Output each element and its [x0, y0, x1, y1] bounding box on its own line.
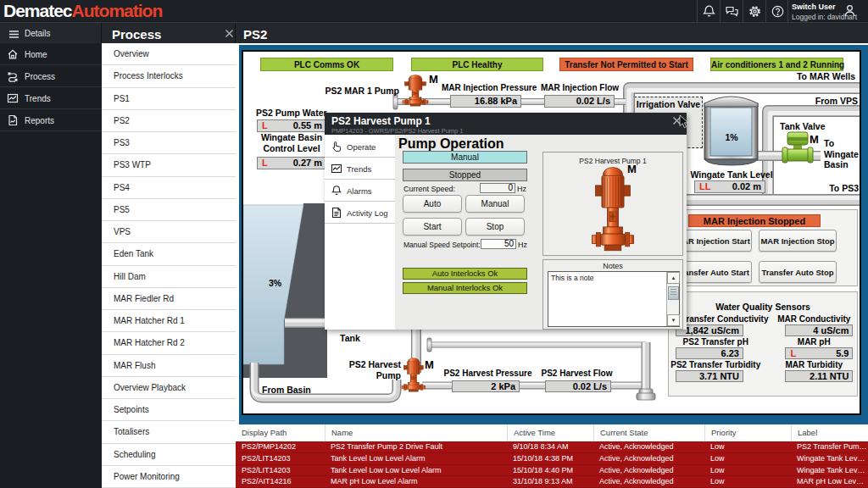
sidebar-details-toggle[interactable]: Details	[0, 23, 102, 43]
value-mar-injection-pressure: 16.88 kPa	[450, 95, 521, 108]
home-icon	[7, 48, 19, 60]
manual-button[interactable]: Manual	[465, 195, 525, 213]
page-title: PS2	[243, 27, 267, 42]
help-icon[interactable]	[771, 4, 785, 19]
process-panel-item[interactable]: VPS	[102, 221, 236, 243]
start-button[interactable]: Start	[403, 218, 462, 236]
label-wingate-basin-control-level: Wingate Basin Control Level	[256, 132, 327, 154]
sidebar-nav: Home Process Trends Reports	[0, 43, 102, 488]
sidebar-item-trends[interactable]: Trends	[0, 87, 102, 109]
dialog-menu-activity-log[interactable]: Activity Log	[325, 202, 395, 224]
process-panel-item[interactable]: Power Monitoring	[102, 466, 236, 488]
auto-interlocks-status: Auto Interlocks Ok	[403, 268, 527, 280]
setpoint-input[interactable]: 50	[481, 239, 516, 249]
process-panel-item[interactable]: Overview	[102, 43, 236, 65]
notes-scrollbar[interactable]: ▲ ▼	[666, 272, 679, 326]
process-panel-item[interactable]: PS3	[102, 132, 236, 154]
manual-interlocks-status: Manual Interlocks Ok	[403, 282, 527, 294]
value-ps2-pump-water: L0.55 m	[257, 119, 326, 132]
process-panel-item[interactable]: Scheduling	[102, 444, 236, 466]
run-status-box: Stopped	[403, 169, 527, 181]
process-panel-item[interactable]: Overview Playback	[102, 377, 236, 399]
label-ps2-harvest-pressure: PS2 Harvest Pressure	[439, 369, 537, 378]
process-panel-item[interactable]: Eden Tank	[102, 243, 236, 265]
alarm-row[interactable]: PS2/AIT14216 MAR pH Low Level Alarm 31/1…	[236, 476, 868, 488]
scroll-thumb[interactable]	[668, 286, 679, 300]
auto-button[interactable]: Auto	[403, 195, 462, 213]
operate-hand-icon	[331, 141, 342, 152]
dialog-menu-operate[interactable]: Operate	[325, 136, 395, 158]
mar-pump-motor-label: M	[429, 73, 438, 86]
process-panel: OverviewProcess InterlocksPS1PS2PS3PS3 W…	[102, 43, 236, 488]
wingate-tank	[704, 97, 758, 165]
process-panel-item[interactable]: PS4	[102, 177, 236, 199]
alarm-row[interactable]: PS2/LIT14203 Tank Level Low Level Alarm …	[236, 453, 868, 465]
label-from-basin: From Basin	[262, 385, 311, 395]
water-quality-sensor: MAR Turbidity 2.11 NTU	[774, 360, 857, 383]
label-wingate-tank-level: Wingate Tank Level	[689, 169, 774, 180]
process-panel-item[interactable]: Process Interlocks	[102, 65, 236, 87]
label-irrigation-valve: Irrigation Valve	[634, 99, 703, 109]
process-panel-header: Process	[102, 23, 236, 43]
label-to-ps3: To PS3	[829, 183, 859, 193]
page-title-bar: PS2	[236, 23, 868, 43]
transfer-auto-stop-button[interactable]: Transfer Auto Stop	[759, 261, 837, 283]
water-quality-panel: Water Quality Sensors PS2 Transfer Condu…	[668, 291, 858, 396]
app-logo: DematecAutomation	[3, 1, 162, 21]
process-panel-item[interactable]: PS2	[102, 110, 236, 132]
settings-icon[interactable]	[748, 4, 762, 19]
pump-image-panel: PS2 Harvest Pump 1 M	[542, 152, 683, 256]
process-panel-item[interactable]: MAR Hatcher Rd 2	[102, 332, 236, 354]
alarm-row[interactable]: PS2/LIT14203 Tank Level Low Low Level Al…	[236, 465, 868, 477]
notes-panel: Notes This is a note ▲ ▼	[542, 259, 683, 330]
scroll-down-icon[interactable]: ▼	[667, 314, 680, 326]
value-ps2-harvest-pressure: 2 kPa	[452, 380, 520, 392]
value-ps2-harvest-flow: 0.02 L/s	[545, 380, 611, 392]
basin-level-value: 3%	[269, 278, 281, 288]
water-quality-sensor: MAR Conductivity 4 uS/cm	[774, 314, 857, 337]
process-panel-item[interactable]: MAR Fiedler Rd	[102, 288, 236, 310]
process-panel-item[interactable]: Hill Dam	[102, 266, 236, 288]
mode-status-box: Manual	[403, 151, 527, 164]
alarm-row[interactable]: PS2/PMP14202 PS2 Transfer Pump 2 Drive F…	[236, 441, 868, 453]
dialog-pump-graphic	[583, 166, 643, 253]
label-tank-valve: Tank Valve	[780, 121, 826, 131]
process-panel-item[interactable]: MAR Hatcher Rd 1	[102, 310, 236, 332]
tank-valve-graphic	[782, 132, 813, 163]
label-from-vps: From VPS	[815, 96, 858, 106]
status-transfer-not-permitted: Transfer Not Permitted to Start	[559, 58, 693, 71]
messages-icon[interactable]	[725, 4, 739, 19]
stop-button[interactable]: Stop	[465, 218, 525, 236]
tank-level-value: 1%	[702, 132, 761, 142]
user-avatar-icon[interactable]	[843, 3, 857, 18]
process-panel-item[interactable]: Totalisers	[102, 421, 236, 443]
current-speed-label: Current Speed:	[403, 185, 455, 193]
status-plc-comms: PLC Comms OK	[260, 58, 393, 71]
notifications-icon[interactable]	[702, 4, 716, 19]
current-speed-input[interactable]: 0	[480, 183, 515, 193]
process-panel-item[interactable]: MAR Flush	[102, 355, 236, 377]
sidebar-item-home[interactable]: Home	[0, 43, 102, 65]
process-panel-item[interactable]: Setpoints	[102, 399, 236, 421]
process-panel-item[interactable]: PS5	[102, 199, 236, 221]
alarm-table-header: Display Path Name Active Time Current St…	[236, 424, 868, 441]
reports-icon	[7, 114, 19, 126]
process-panel-item[interactable]: PS1	[102, 88, 236, 110]
pump-dialog-header[interactable]: PS2 Harvest Pump 1 PMP14203 - GWRS/PS2/P…	[325, 113, 687, 135]
scroll-up-icon[interactable]: ▲	[667, 272, 680, 284]
mar-injection-stop-button[interactable]: MAR Injection Stop	[759, 230, 837, 252]
label-mar-pump: PS2 MAR 1 Pump	[303, 86, 399, 96]
dialog-menu-alarms[interactable]: Alarms	[325, 180, 395, 202]
process-panel-item[interactable]: PS3 WTP	[102, 154, 236, 176]
process-panel-close-icon[interactable]	[225, 29, 234, 38]
sidebar-item-reports[interactable]: Reports	[0, 109, 102, 131]
label-ps2-pump-water: PS2 Pump Water	[256, 108, 327, 118]
label-ps2-harvest-flow: PS2 Harvest Flow	[532, 369, 621, 378]
sidebar-item-process[interactable]: Process	[0, 65, 102, 87]
notes-textarea[interactable]: This is a note ▲ ▼	[548, 271, 680, 327]
harvest-pump-motor-label: M	[425, 358, 434, 371]
label-mar-injection-flow: MAR Injection Flow	[536, 83, 624, 92]
activity-log-icon	[331, 207, 342, 219]
dialog-menu-trends[interactable]: Trends	[325, 158, 395, 180]
pump-dialog-body: Pump Operation Manual Stopped Current Sp…	[395, 135, 687, 330]
